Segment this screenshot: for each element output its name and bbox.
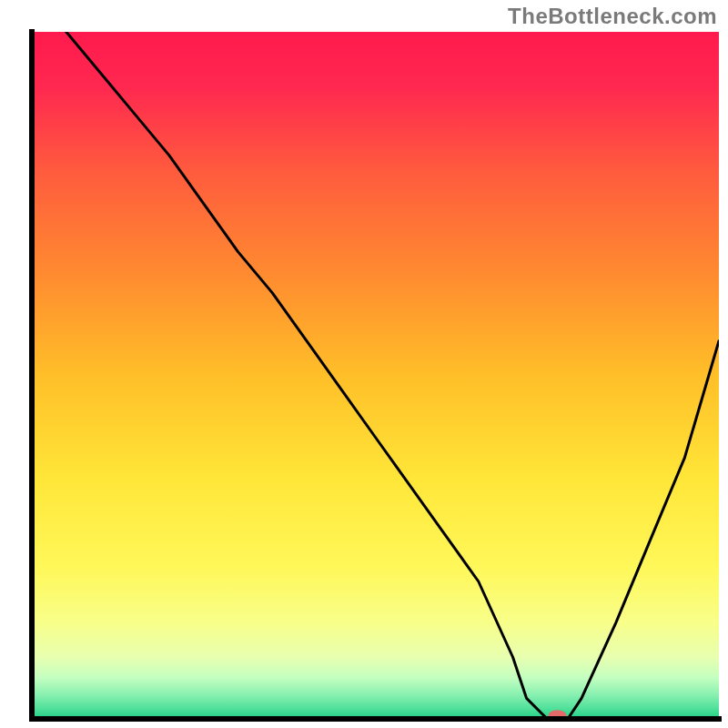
- plot-background: [32, 32, 719, 719]
- bottleneck-chart: [0, 0, 728, 728]
- watermark-label: TheBottleneck.com: [508, 4, 717, 29]
